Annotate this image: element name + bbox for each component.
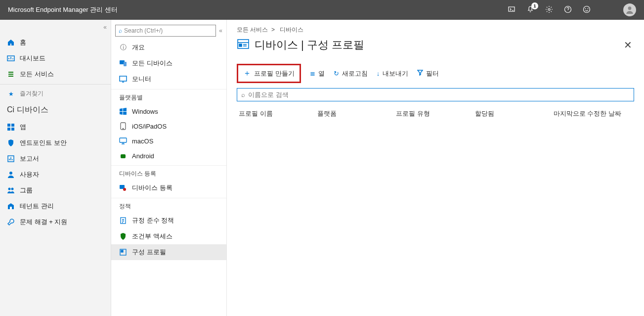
subnav-item-windows[interactable]: Windows bbox=[111, 104, 226, 119]
dashboard-icon bbox=[7, 54, 15, 62]
column-header-platform[interactable]: 플랫폼 bbox=[317, 109, 396, 118]
sidebar-item-endpoint-security[interactable]: 엔드포인트 보안 bbox=[0, 135, 111, 151]
svg-rect-10 bbox=[7, 128, 10, 131]
subnav-item-config-profiles[interactable]: 구성 프로필 bbox=[111, 244, 226, 260]
avatar[interactable] bbox=[623, 3, 636, 16]
sidebar-label: 보고서 bbox=[20, 154, 39, 163]
svg-point-5 bbox=[588, 8, 588, 9]
sidebar-item-tenant-admin[interactable]: 테넌트 관리 bbox=[0, 198, 111, 214]
apps-icon bbox=[7, 123, 15, 131]
feedback-icon[interactable] bbox=[583, 5, 591, 15]
subnav-collapse-icon[interactable]: « bbox=[219, 27, 222, 34]
subnav-item-ios[interactable]: iOS/iPadOS bbox=[111, 119, 226, 134]
help-icon[interactable] bbox=[564, 5, 572, 15]
svg-rect-28 bbox=[121, 250, 123, 252]
reports-icon bbox=[7, 155, 15, 163]
refresh-button[interactable]: ↻ 새로고침 bbox=[334, 69, 368, 78]
close-icon[interactable]: ✕ bbox=[622, 37, 634, 53]
devices-icon bbox=[119, 59, 127, 67]
sidebar-item-reports[interactable]: 보고서 bbox=[0, 151, 111, 167]
sidebar-item-dashboard[interactable]: 대시보드 bbox=[0, 50, 111, 66]
star-icon: ★ bbox=[7, 90, 15, 98]
subnav-item-all-devices[interactable]: 모든 디바이스 bbox=[111, 55, 226, 71]
sidebar-label: 테넌트 관리 bbox=[20, 202, 54, 211]
svg-rect-11 bbox=[11, 128, 14, 131]
export-button[interactable]: ↓ 내보내기 bbox=[377, 69, 409, 78]
resource-subnav: ⌕ Search (Ctrl+/) « ⓘ 개요 모든 디바이스 모니터 플랫폼… bbox=[111, 20, 227, 316]
svg-rect-23 bbox=[121, 154, 126, 158]
subnav-group-enroll: 디바이스 등록 bbox=[111, 165, 226, 180]
svg-rect-16 bbox=[10, 207, 12, 209]
user-icon bbox=[7, 171, 15, 179]
compliance-icon bbox=[119, 217, 127, 225]
svg-rect-19 bbox=[120, 76, 127, 81]
sidebar-label: 모든 서비스 bbox=[20, 70, 54, 79]
sidebar-item-ci-devices[interactable]: Ci 디바이스 bbox=[0, 101, 111, 119]
bell-icon[interactable]: 1 bbox=[526, 5, 534, 15]
main-content: 모든 서비스 > 디바이스 디바이스 | 구성 프로필 ✕ ＋ 프로필 만들기 … bbox=[227, 20, 644, 316]
svg-rect-9 bbox=[11, 124, 14, 127]
sidebar-item-users[interactable]: 사용자 bbox=[0, 167, 111, 182]
home-icon bbox=[7, 39, 15, 46]
subnav-item-compliance[interactable]: 규정 준수 정책 bbox=[111, 213, 226, 228]
sidebar-item-groups[interactable]: 그룹 bbox=[0, 182, 111, 198]
subnav-item-conditional[interactable]: 조건부 액세스 bbox=[111, 228, 226, 244]
subnav-item-monitor[interactable]: 모니터 bbox=[111, 71, 226, 87]
command-bar: ＋ 프로필 만들기 ≣ 열 ↻ 새로고침 ↓ 내보내기 필터 bbox=[237, 61, 634, 88]
svg-rect-0 bbox=[509, 7, 515, 11]
columns-button[interactable]: ≣ 열 bbox=[310, 69, 325, 78]
subnav-item-device-enroll[interactable]: 디바이스 등록 bbox=[111, 180, 226, 196]
subnav-group-policy: 정책 bbox=[111, 198, 226, 213]
sidebar-item-apps[interactable]: 앱 bbox=[0, 119, 111, 135]
create-profile-button[interactable]: ＋ 프로필 만들기 bbox=[237, 64, 301, 83]
profile-icon bbox=[119, 248, 127, 256]
notification-badge: 1 bbox=[531, 2, 538, 9]
enroll-icon bbox=[119, 184, 127, 192]
page-title-icon bbox=[237, 38, 250, 52]
filter-button[interactable]: 필터 bbox=[417, 69, 439, 78]
macos-icon bbox=[119, 137, 127, 145]
column-header-assigned[interactable]: 할당됨 bbox=[475, 109, 554, 118]
subnav-search-input[interactable]: ⌕ Search (Ctrl+/) bbox=[115, 25, 216, 37]
shield-icon bbox=[7, 139, 15, 147]
list-icon bbox=[7, 70, 15, 78]
svg-point-14 bbox=[8, 188, 11, 190]
subnav-item-android[interactable]: Android bbox=[111, 148, 226, 163]
svg-point-25 bbox=[123, 188, 126, 191]
sidebar-label: 문제 해결 + 지원 bbox=[20, 218, 67, 226]
search-icon: ⌕ bbox=[241, 91, 245, 98]
sidebar-collapse-icon[interactable]: « bbox=[103, 24, 107, 31]
gear-icon[interactable] bbox=[545, 5, 553, 15]
android-icon bbox=[119, 152, 127, 160]
ios-icon bbox=[119, 122, 127, 130]
column-header-modified[interactable]: 마지막으로 수정한 날짜 bbox=[554, 109, 632, 118]
tenant-icon bbox=[7, 202, 15, 210]
subnav-item-macos[interactable]: macOS bbox=[111, 134, 226, 148]
sidebar-item-all-services[interactable]: 모든 서비스 bbox=[0, 66, 111, 82]
column-header-type[interactable]: 프로필 유형 bbox=[396, 109, 474, 118]
conditional-icon bbox=[119, 232, 127, 240]
topbar-actions: 1 bbox=[508, 3, 636, 16]
columns-icon: ≣ bbox=[310, 70, 315, 77]
svg-point-3 bbox=[584, 6, 590, 12]
primary-sidebar: « 홈 대시보드 모든 서비스 ★ 즐겨찾기 Ci 디바이스 앱 엔드포인트 보… bbox=[0, 20, 111, 316]
subnav-group-platform: 플랫폼별 bbox=[111, 89, 226, 104]
sidebar-favorites-header: ★ 즐겨찾기 bbox=[0, 87, 111, 101]
breadcrumb[interactable]: 모든 서비스 > 디바이스 bbox=[237, 26, 634, 34]
windows-icon bbox=[119, 107, 127, 115]
sidebar-label: 사용자 bbox=[20, 170, 39, 179]
name-search-input[interactable]: ⌕ bbox=[237, 88, 634, 101]
column-header-name[interactable]: 프로필 이름 bbox=[239, 109, 317, 118]
app-title: Microsoft Endpoint Manager 관리 센터 bbox=[8, 5, 508, 14]
sidebar-item-troubleshoot[interactable]: 문제 해결 + 지원 bbox=[0, 214, 111, 230]
svg-rect-18 bbox=[124, 62, 127, 66]
filter-icon bbox=[417, 70, 423, 77]
sidebar-label: 대시보드 bbox=[20, 54, 45, 63]
sidebar-label: 앱 bbox=[20, 123, 26, 132]
console-icon[interactable] bbox=[508, 5, 515, 15]
wrench-icon bbox=[7, 218, 15, 226]
download-icon: ↓ bbox=[377, 70, 380, 77]
plus-icon: ＋ bbox=[243, 68, 251, 79]
sidebar-item-home[interactable]: 홈 bbox=[0, 35, 111, 50]
subnav-item-overview[interactable]: ⓘ 개요 bbox=[111, 40, 226, 55]
